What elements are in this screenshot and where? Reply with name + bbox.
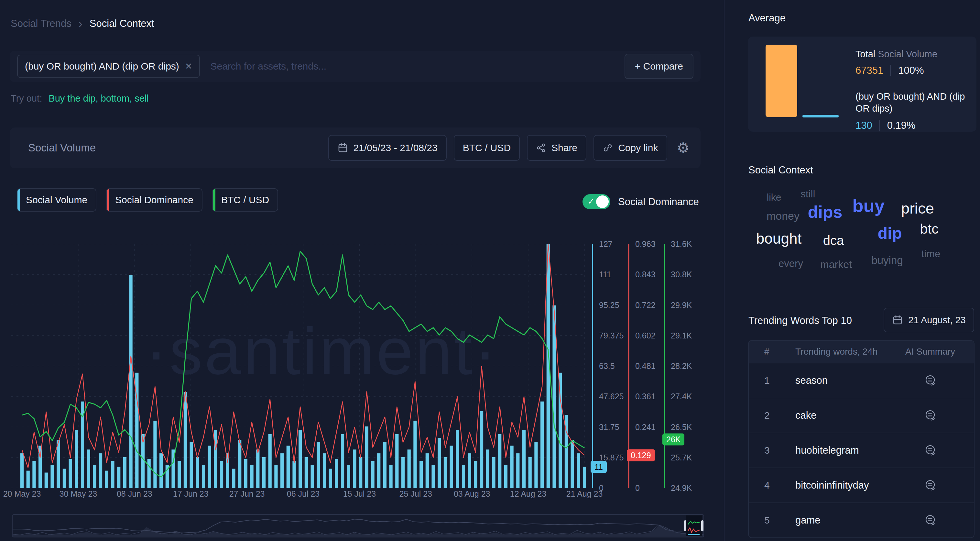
legend-chip-label: BTC / USD — [221, 195, 269, 206]
query-pct: 0.19% — [887, 120, 916, 131]
word-cloud-word-dips[interactable]: dips — [808, 202, 843, 222]
share-button[interactable]: Share — [527, 135, 586, 161]
share-icon — [536, 143, 546, 153]
asset-pair-button[interactable]: BTC / USD — [454, 135, 520, 161]
social_volume-current-badge: 11 — [590, 461, 607, 473]
social_dominance-tick-label: 0.602 — [635, 331, 655, 340]
btc_usd-tick-label: 29.9K — [671, 300, 692, 310]
btc_usd-tick-label: 29.1K — [671, 331, 692, 340]
social-dominance-toggle[interactable]: ✓ — [582, 194, 610, 209]
ai-summary-cell[interactable] — [886, 374, 974, 387]
search-input[interactable] — [210, 61, 624, 72]
social_dominance-tick-label: 0.722 — [635, 300, 655, 310]
word-cloud-word-money[interactable]: money — [767, 210, 800, 222]
trending-rank: 2 — [749, 410, 795, 421]
word-cloud-word-btc[interactable]: btc — [920, 221, 938, 237]
legend-chip-2[interactable]: BTC / USD — [212, 188, 278, 212]
calendar-icon — [337, 142, 348, 153]
trending-date-button[interactable]: 21 August, 23 — [884, 308, 974, 332]
ai-summary-cell[interactable] — [886, 514, 974, 527]
right-sidebar: Average Total Social Volume 67351 100% (… — [724, 0, 980, 541]
minimap-dominance-line — [13, 525, 703, 535]
panel-title: Social Volume — [28, 142, 96, 154]
gear-icon[interactable]: ⚙ — [677, 141, 690, 155]
ai-summary-icon[interactable] — [923, 374, 937, 387]
legend-chip-0[interactable]: Social Volume — [17, 188, 96, 212]
share-label: Share — [552, 142, 578, 153]
query-tag-chip[interactable]: (buy OR bought) AND (dip OR dips) ✕ — [17, 55, 200, 78]
word-cloud-word-buying[interactable]: buying — [871, 254, 903, 267]
average-card: Total Social Volume 67351 100% (buy OR b… — [748, 37, 977, 132]
breadcrumb-parent-link[interactable]: Social Trends — [11, 18, 72, 29]
trending-word[interactable]: season — [795, 375, 886, 386]
word-cloud-word-time[interactable]: time — [921, 248, 940, 260]
btc_usd-tick-label: 28.2K — [671, 361, 692, 371]
average-section-title: Average — [748, 12, 786, 24]
word-cloud-word-dip[interactable]: dip — [878, 224, 902, 243]
chart-range-selector[interactable] — [12, 514, 704, 538]
compare-button[interactable]: + Compare — [625, 54, 694, 79]
word-cloud-word-buy[interactable]: buy — [852, 195, 885, 216]
query-values: 130 0.19% — [856, 120, 972, 131]
social_dominance-tick-label: 0.361 — [635, 392, 655, 401]
date-range-button[interactable]: 21/05/23 - 21/08/23 — [328, 135, 447, 161]
social-dominance-toggle-row: ✓ Social Dominance — [582, 194, 699, 209]
word-cloud-word-market[interactable]: market — [820, 259, 852, 270]
query-volume-bar — [802, 115, 838, 118]
trending-word[interactable]: game — [795, 514, 886, 526]
minimap-price-line — [13, 519, 703, 533]
trending-rank: 4 — [749, 480, 795, 491]
trending-words-table: # Trending words, 24h AI Summary 1season… — [748, 340, 975, 538]
ai-summary-icon[interactable] — [923, 514, 937, 527]
range-handle-right[interactable] — [701, 520, 703, 531]
total-volume-label: Total Social Volume — [856, 49, 972, 59]
trending-word-row[interactable]: 3huobitelegram — [749, 432, 974, 468]
total-volume-bar — [765, 45, 797, 117]
social_volume-tick-label: 63.5 — [599, 361, 615, 371]
ai-summary-icon[interactable] — [923, 409, 937, 422]
x-axis-label: 08 Jun 23 — [117, 489, 152, 499]
ai-summary-cell[interactable] — [886, 479, 974, 492]
trending-word[interactable]: cake — [795, 410, 886, 421]
trending-rank: 1 — [749, 375, 795, 386]
word-cloud-word-like[interactable]: like — [767, 192, 781, 203]
try-out-link[interactable]: Buy the dip, bottom, sell — [49, 93, 149, 104]
word-cloud-word-still[interactable]: still — [801, 188, 815, 200]
total-volume-values: 67351 100% — [856, 65, 972, 77]
word-cloud-word-dca[interactable]: dca — [823, 233, 844, 248]
close-icon[interactable]: ✕ — [185, 61, 192, 72]
x-axis-label: 21 Aug 23 — [566, 489, 603, 499]
btc_usd-current-badge: 26K — [662, 434, 684, 445]
ai-summary-icon[interactable] — [923, 444, 937, 457]
total-volume-pct: 100% — [898, 65, 924, 77]
trending-word-row[interactable]: 5game — [749, 503, 974, 538]
social_dominance-current-badge: 0.129 — [627, 449, 655, 461]
trending-word-row[interactable]: 1season — [749, 363, 974, 398]
ai-summary-cell[interactable] — [886, 444, 974, 457]
legend-color-bar — [213, 189, 215, 211]
ai-summary-cell[interactable] — [886, 409, 974, 422]
social_dominance-line — [22, 244, 584, 468]
copy-link-button[interactable]: Copy link — [593, 135, 667, 161]
range-handle-left[interactable] — [684, 520, 686, 531]
chevron-right-icon: › — [79, 19, 83, 29]
social_volume-tick-label: 95.25 — [599, 300, 619, 310]
query-value: 130 — [856, 120, 872, 131]
ai-summary-icon[interactable] — [923, 479, 937, 492]
range-selection-window[interactable] — [686, 515, 702, 536]
trending-word[interactable]: bitcoininfinityday — [795, 480, 886, 491]
btc_usd-tick-label: 30.8K — [671, 270, 692, 279]
x-axis-label: 15 Jul 23 — [343, 489, 376, 499]
x-axis-label: 12 Aug 23 — [510, 489, 547, 499]
legend-chip-1[interactable]: Social Dominance — [106, 188, 202, 212]
legend-chip-label: Social Dominance — [115, 195, 193, 206]
word-cloud-word-every[interactable]: every — [778, 258, 803, 270]
social_dominance-tick-label: 0.241 — [635, 422, 655, 432]
trending-word-row[interactable]: 2cake — [749, 398, 974, 432]
word-cloud-word-price[interactable]: price — [901, 199, 934, 217]
word-cloud-word-bought[interactable]: bought — [756, 230, 802, 247]
trending-word[interactable]: huobitelegram — [795, 445, 886, 456]
trending-word-row[interactable]: 4bitcoininfinityday — [749, 468, 974, 503]
breadcrumb-current: Social Context — [89, 18, 154, 29]
link-icon — [603, 143, 613, 153]
